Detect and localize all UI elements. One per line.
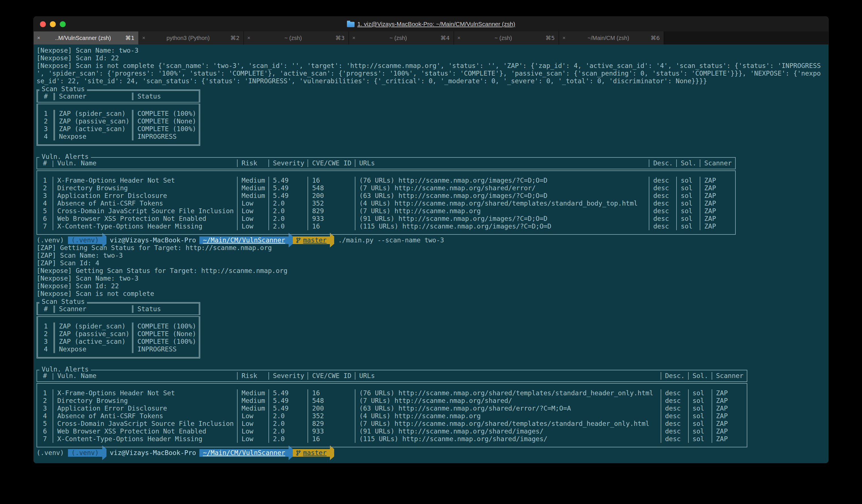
cell-risk: Low: [237, 427, 269, 435]
table-row: 2 Directory Browsing Medium 5.49 548 (7 …: [37, 184, 735, 192]
terminal-line: se_id': 22, 'site_id': 24, 'scan_status'…: [37, 77, 828, 85]
header-cell-scanner: Scanner: [53, 305, 132, 313]
cell-sol: sol: [688, 412, 711, 420]
vuln-alerts-table-2: Vuln. Alerts # Vuln. Name Risk Severity …: [37, 370, 747, 447]
cell-scanner: ZAP: [700, 207, 735, 215]
tab-close-icon[interactable]: ×: [142, 35, 145, 41]
cell-status: INPROGRESS: [132, 133, 198, 141]
tab-close-icon[interactable]: ×: [37, 35, 40, 41]
terminal-line: [Nexpose] Scan Name: two-3: [37, 275, 828, 282]
cell-scanner: ZAP (passive_scan): [53, 118, 132, 125]
tab-title: ~ (zsh): [463, 35, 544, 41]
cell-scanner: ZAP: [711, 397, 747, 404]
cell-vuln-name: Cross-Domain JavaScript Source File Incl…: [53, 207, 237, 215]
cell-desc: desc: [649, 184, 676, 192]
cell-cve: 16: [308, 389, 354, 397]
tab-title: ~ (zsh): [358, 35, 439, 41]
venv-badge: (.venv): [68, 449, 102, 457]
cell-severity: 2.0: [269, 215, 308, 223]
cell-urls: (7 URLs) http://scanme.nmap.org/shared/: [355, 397, 661, 404]
terminal-line: ', 'spider_scan': {'progress': '100%', '…: [37, 70, 828, 77]
tab-close-icon[interactable]: ×: [352, 35, 355, 41]
tab-close-icon[interactable]: ×: [457, 35, 460, 41]
table-row: 1 ZAP (spider_scan) COMPLETE (100%): [38, 322, 199, 330]
cell-risk: Medium: [237, 184, 269, 192]
cell-sol: sol: [688, 427, 711, 435]
cell-sol: sol: [688, 420, 711, 427]
traffic-light-close[interactable]: [40, 21, 46, 27]
terminal-window: 1. viz@Vizays-MacBook-Pro: ~/Main/CM/Vul…: [34, 16, 828, 463]
cell-desc: desc: [661, 404, 688, 412]
terminal-line: [Nexpose] Scan Id: 22: [37, 54, 828, 62]
terminal-tab[interactable]: × python3 (Python) ⌘2: [139, 31, 244, 44]
tab-title: ~/Main/CM (zsh): [568, 35, 649, 41]
terminal-line: [ZAP] Scan Name: two-3: [37, 252, 828, 260]
cell-vuln-name: Application Error Disclosure: [53, 192, 237, 200]
cell-sol: sol: [676, 184, 700, 192]
terminal-tab[interactable]: × ~ (zsh) ⌘5: [454, 31, 559, 44]
terminal-tab[interactable]: × ~ (zsh) ⌘4: [349, 31, 454, 44]
terminal-tab[interactable]: × ..M/VulnScanner (zsh) ⌘1: [34, 31, 139, 44]
terminal-screen[interactable]: [Nexpose] Scan Name: two-3[Nexpose] Scan…: [34, 44, 828, 463]
terminal-tab[interactable]: × ~/Main/CM (zsh) ⌘6: [559, 31, 664, 44]
cell-number: 6: [37, 427, 53, 435]
cell-vuln-name: Directory Browsing: [53, 184, 237, 192]
terminal-line: [Nexpose] Scan is not complete: [37, 290, 828, 297]
cell-severity: 5.49: [269, 404, 308, 412]
table-row: 6 Web Browser XSS Protection Not Enabled…: [37, 215, 735, 223]
header-cell-number: #: [37, 159, 53, 167]
header-cell-desc: Desc.: [649, 159, 676, 167]
cell-status: COMPLETE (100%): [132, 110, 198, 118]
terminal-tab[interactable]: × ~ (zsh) ⌘3: [244, 31, 349, 44]
cell-scanner: ZAP: [711, 404, 747, 412]
cell-desc: desc: [661, 397, 688, 404]
cell-urls: (115 URLs) http://scanme.nmap.org/shared…: [355, 435, 661, 443]
cell-sol: sol: [688, 397, 711, 404]
cell-cve: 200: [308, 404, 354, 412]
cell-severity: 2.0: [269, 427, 308, 435]
header-cell-scanner: Scanner: [700, 159, 735, 167]
cell-desc: desc: [661, 420, 688, 427]
cell-urls: (4 URLs) http://scanme.nmap.org/shared/t…: [355, 200, 649, 207]
cell-desc: desc: [649, 215, 676, 223]
prompt-command: ./main.py --scan-name two-3: [338, 236, 444, 244]
cell-status: COMPLETE (100%): [132, 322, 198, 330]
traffic-light-minimize[interactable]: [50, 21, 56, 27]
cell-scanner: Nexpose: [53, 133, 132, 141]
cell-sol: sol: [676, 207, 700, 215]
table-row: 3 Application Error Disclosure Medium 5.…: [37, 404, 747, 412]
cell-risk: Medium: [237, 177, 269, 184]
cell-severity: 2.0: [269, 435, 308, 443]
header-cell-desc: Desc.: [661, 372, 688, 380]
user-host: viz@Vizays-MacBook-Pro: [110, 236, 196, 244]
cell-status: COMPLETE (None): [132, 330, 198, 338]
tab-close-icon[interactable]: ×: [247, 35, 250, 41]
cell-scanner: ZAP: [711, 427, 747, 435]
cell-number: 5: [37, 207, 53, 215]
traffic-light-zoom[interactable]: [60, 21, 66, 27]
cell-urls: (7 URLs) http://scanme.nmap.org/shared/t…: [355, 420, 661, 427]
git-branch-icon: [296, 238, 301, 243]
terminal-line: [Nexpose] Scan Name: two-3: [37, 47, 828, 54]
cell-scanner: ZAP: [711, 389, 747, 397]
table-title: Vuln. Alerts: [39, 366, 91, 373]
cell-desc: desc: [649, 207, 676, 215]
header-cell-severity: Severity: [269, 372, 308, 380]
table-row: 3 ZAP (active_scan) COMPLETE (100%): [38, 338, 199, 345]
titlebar[interactable]: 1. viz@Vizays-MacBook-Pro: ~/Main/CM/Vul…: [34, 17, 828, 31]
table-row: 4 Absence of Anti-CSRF Tokens Low 2.0 35…: [37, 200, 735, 207]
cell-number: 3: [38, 338, 53, 345]
cell-sol: sol: [688, 389, 711, 397]
cell-risk: Medium: [237, 192, 269, 200]
cell-desc: desc: [661, 427, 688, 435]
table-row: 2 Directory Browsing Medium 5.49 548 (7 …: [37, 397, 747, 404]
cell-vuln-name: Cross-Domain JavaScript Source File Incl…: [53, 420, 237, 427]
table-row: 1 X-Frame-Options Header Not Set Medium …: [37, 389, 747, 397]
cell-severity: 5.49: [269, 389, 308, 397]
header-cell-cve: CVE/CWE ID: [308, 159, 354, 167]
tab-close-icon[interactable]: ×: [562, 35, 565, 41]
cell-status: INPROGRESS: [132, 345, 198, 353]
cell-cve: 352: [308, 200, 354, 207]
prompt-line-2[interactable]: (.venv) (.venv) viz@Vizays-MacBook-Pro ~…: [37, 449, 828, 457]
table-row: 5 Cross-Domain JavaScript Source File In…: [37, 420, 747, 427]
